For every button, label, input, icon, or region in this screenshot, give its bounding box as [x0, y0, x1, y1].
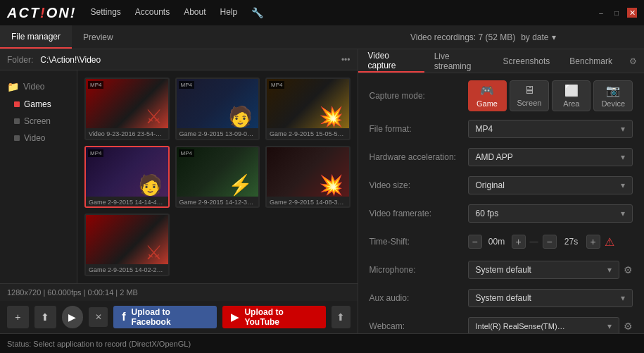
nav-settings[interactable]: Settings — [90, 7, 120, 18]
close-button[interactable]: ✕ — [627, 8, 637, 18]
sidebar-dot-games — [14, 101, 20, 107]
mp4-badge-0: MP4 — [88, 81, 103, 89]
folder-label: Folder: — [7, 55, 33, 65]
sidebar-label-games: Games — [24, 99, 51, 109]
nav-help[interactable]: Help — [220, 7, 238, 18]
hw-accel-dropdown[interactable]: AMD APP ▾ — [468, 148, 633, 166]
tab-screenshots[interactable]: Screenshots — [493, 49, 560, 73]
sidebar-label-video2: Video — [24, 133, 45, 143]
mode-device[interactable]: 📷 Device — [593, 80, 633, 111]
timeshift-seconds: 27s — [561, 237, 582, 247]
webcam-text: Intel(R) RealSense(TM) 3D Camera Vir... — [476, 322, 567, 330]
play-button[interactable]: ▶ — [62, 306, 84, 328]
aux-label: Aux audio: — [370, 293, 468, 303]
upload-facebook-button[interactable]: f Upload to Facebook — [113, 306, 217, 328]
device-icon: 📷 — [606, 84, 620, 97]
tab-preview[interactable]: Preview — [72, 25, 125, 49]
maximize-button[interactable]: □ — [612, 8, 621, 18]
minimize-button[interactable]: – — [596, 8, 606, 18]
sidebar-dot-screen — [14, 118, 20, 124]
export-button[interactable]: ⬆ — [332, 306, 351, 328]
recordings-count: Video recordings: 7 (52 MB) — [410, 32, 515, 42]
settings-icon[interactable]: ⚙ — [622, 49, 644, 73]
sidebar-label-screen: Screen — [24, 116, 51, 126]
microphone-dropdown[interactable]: System default ▾ — [468, 261, 619, 279]
folder-icon: 📁 — [7, 81, 19, 92]
video-info-bar: 1280x720 | 60.000fps | 0:00:14 | 2 MB — [0, 284, 358, 301]
status-text: Status: Select application to record (Di… — [7, 340, 191, 348]
sidebar-item-video-root[interactable]: 📁 Video — [0, 78, 77, 96]
tab-video-capture[interactable]: Video capture — [358, 49, 424, 73]
right-tabs: Video capture Live streaming Screenshots… — [358, 49, 644, 73]
sidebar-item-games[interactable]: Games — [0, 96, 77, 113]
sidebar-label-video: Video — [23, 82, 44, 92]
sort-button[interactable]: by date ▾ — [521, 32, 555, 42]
capture-mode-row: Capture mode: 🎮 Game 🖥 Screen ⬜ Area — [370, 80, 633, 111]
thumb-img-0: MP4 ⚔ — [86, 79, 168, 128]
mode-area[interactable]: ⬜ Area — [552, 80, 591, 111]
chevron-down-icon: ▾ — [621, 124, 625, 134]
chevron-down-icon: ▾ — [552, 32, 556, 42]
video-thumb-2[interactable]: MP4 💥 Game 2-9-2015 15-05-50.mp4 — [265, 78, 351, 140]
aux-value: System default ▾ — [468, 289, 633, 307]
file-format-row: File format: MP4 ▾ — [370, 118, 633, 140]
file-format-value: MP4 ▾ — [468, 120, 633, 138]
sidebar-item-video[interactable]: Video — [0, 130, 77, 147]
chevron-down-icon: ▾ — [621, 180, 625, 190]
sidebar-item-screen[interactable]: Screen — [0, 113, 77, 130]
video-name-5: Game 2-9-2015 14-08-31.avi — [267, 197, 349, 208]
warning-icon[interactable]: ⚠ — [605, 235, 614, 249]
folder-bar: Folder: C:\Action!\Video ••• — [0, 49, 358, 70]
timeshift-sep: — — [530, 237, 538, 247]
framerate-label: Video framerate: — [370, 209, 468, 218]
main-tabs-row: File manager Preview Video recordings: 7… — [0, 25, 644, 49]
mode-screen[interactable]: 🖥 Screen — [510, 80, 550, 111]
framerate-value: 60 fps ▾ — [468, 204, 633, 223]
video-thumb-5[interactable]: 💥 Game 2-9-2015 14-08-31.avi — [265, 146, 351, 209]
file-format-text: MP4 — [476, 124, 493, 134]
stop-button[interactable]: ✕ — [89, 307, 108, 327]
folder-options-icon[interactable]: ••• — [341, 55, 351, 65]
webcam-settings-icon[interactable]: ⚙ — [624, 321, 633, 332]
timeshift-plus[interactable]: + — [512, 235, 526, 249]
video-thumb-6[interactable]: ⚔ Game 2-9-2015 14-02-22.avi — [84, 213, 170, 276]
video-thumb-4[interactable]: MP4 ⚡ Game 2-9-2015 14-12-33.mp4 — [175, 146, 260, 209]
video-thumb-0[interactable]: MP4 ⚔ Video 9-23-2016 23-54-56.mp4 — [84, 78, 170, 140]
facebook-icon: f — [122, 311, 125, 323]
hw-accel-value: AMD APP ▾ — [468, 148, 633, 166]
webcam-dropdown[interactable]: Intel(R) RealSense(TM) 3D Camera Vir... … — [468, 317, 619, 333]
microphone-label: Microphone: — [370, 265, 468, 275]
status-bar: Status: Select application to record (Di… — [0, 333, 644, 353]
timeshift-minus[interactable]: − — [468, 235, 482, 249]
video-size-row: Video size: Original ▾ — [370, 175, 633, 196]
right-content: Capture mode: 🎮 Game 🖥 Screen ⬜ Area — [358, 73, 644, 333]
area-icon: ⬜ — [564, 84, 579, 97]
nav-accounts[interactable]: Accounts — [135, 7, 170, 18]
hw-accel-text: AMD APP — [476, 152, 513, 162]
mode-game[interactable]: 🎮 Game — [468, 80, 507, 111]
tab-benchmark[interactable]: Benchmark — [560, 49, 622, 73]
video-thumb-3[interactable]: MP4 🧑 Game 2-9-2015 14-14-47.mp4 — [84, 146, 170, 209]
tab-file-manager[interactable]: File manager — [0, 25, 72, 49]
webcam-label: Webcam: — [370, 321, 468, 331]
framerate-dropdown[interactable]: 60 fps ▾ — [468, 204, 633, 223]
video-info-text: 1280x720 | 60.000fps | 0:00:14 | 2 MB — [7, 288, 138, 297]
timeshift-secs-plus[interactable]: + — [586, 235, 600, 249]
nav-about[interactable]: About — [184, 7, 206, 18]
webcam-value: Intel(R) RealSense(TM) 3D Camera Vir... … — [468, 317, 633, 333]
video-thumb-1[interactable]: MP4 🧑 Game 2-9-2015 13-09-02.mp4 — [175, 78, 260, 140]
content-area: 📁 Video Games Screen Video — [0, 70, 358, 283]
microphone-settings-icon[interactable]: ⚙ — [624, 264, 633, 275]
tab-live-streaming[interactable]: Live streaming — [424, 49, 493, 73]
file-format-dropdown[interactable]: MP4 ▾ — [468, 120, 633, 138]
chevron-down-icon: ▾ — [607, 321, 612, 331]
video-size-dropdown[interactable]: Original ▾ — [468, 176, 633, 194]
timeshift-secs-minus[interactable]: − — [543, 235, 557, 249]
upload-youtube-button[interactable]: ▶ Upload to YouTube — [222, 306, 325, 328]
add-button[interactable]: + — [7, 306, 29, 328]
capture-mode-label: Capture mode: — [370, 91, 468, 101]
upload-button-sm[interactable]: ⬆ — [34, 306, 56, 328]
left-tabs: File manager Preview — [0, 25, 322, 49]
aux-dropdown[interactable]: System default ▾ — [468, 289, 633, 307]
capture-modes: 🎮 Game 🖥 Screen ⬜ Area 📷 Device — [468, 80, 633, 111]
